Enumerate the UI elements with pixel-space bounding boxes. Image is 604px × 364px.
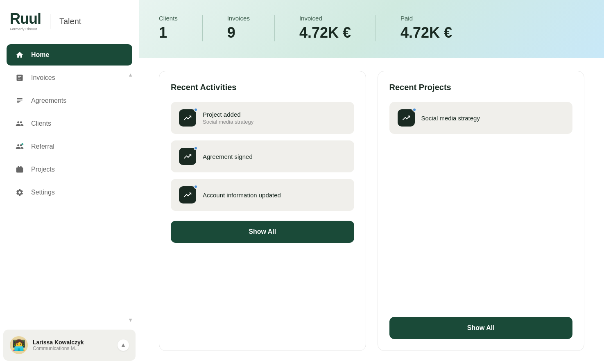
referral-icon — [15, 142, 25, 151]
sidebar-item-invoices-label: Invoices — [31, 74, 55, 81]
show-all-activities-button[interactable]: Show All — [171, 221, 354, 243]
stat-divider-2 — [274, 15, 275, 41]
agreements-icon — [15, 96, 25, 106]
scroll-up-indicator: ▲ — [128, 72, 133, 78]
show-all-projects-button[interactable]: Show All — [389, 317, 573, 339]
recent-projects-title: Recent Projects — [389, 83, 573, 92]
content-area: Recent Activities Project added Social m… — [139, 58, 604, 364]
stat-invoiced: Invoiced 4.72K € — [299, 15, 376, 41]
stat-paid-value: 4.72K € — [400, 24, 452, 41]
stat-clients-label: Clients — [159, 15, 178, 22]
main-content: Clients 1 Invoices 9 Invoiced 4.72K € Pa… — [139, 0, 604, 364]
activity-icon-1 — [179, 109, 196, 127]
stats-header: Clients 1 Invoices 9 Invoiced 4.72K € Pa… — [139, 0, 604, 58]
chevron-up-icon[interactable]: ▲ — [118, 339, 129, 351]
sidebar-item-clients[interactable]: Clients — [7, 113, 132, 134]
activity-icon-dot-2 — [194, 146, 198, 150]
project-name-1: Social media strategy — [421, 115, 480, 122]
activity-text-2: Agreement signed — [203, 153, 346, 160]
logo-area: Ruul Formerly Rimuut Talent — [0, 0, 139, 41]
logo-talent: Talent — [59, 17, 81, 26]
stat-divider-3 — [376, 15, 376, 41]
recent-activities-card: Recent Activities Project added Social m… — [159, 71, 366, 351]
recent-projects-card: Recent Projects Social media strategy Sh… — [378, 71, 585, 351]
sidebar-item-referral[interactable]: Referral — [7, 136, 132, 157]
user-info: Larissa Kowalczyk Communications M... — [33, 339, 113, 351]
activity-item-account-updated: Account information updated — [171, 179, 354, 211]
scroll-down-indicator: ▼ — [128, 317, 133, 323]
activity-item-project-added: Project added Social media strategy — [171, 102, 354, 134]
activity-icon-2 — [179, 148, 196, 165]
activity-subtitle-1: Social media strategy — [203, 119, 346, 125]
recent-activities-title: Recent Activities — [171, 83, 354, 92]
logo-block: Ruul Formerly Rimuut — [10, 11, 41, 31]
settings-icon — [15, 188, 25, 197]
logo-text: Ruul — [10, 11, 41, 26]
stat-clients: Clients 1 — [159, 15, 202, 41]
sidebar-item-settings-label: Settings — [31, 189, 55, 196]
projects-icon — [15, 165, 25, 174]
sidebar-item-projects[interactable]: Projects — [7, 159, 132, 180]
user-profile[interactable]: 👩‍💻 Larissa Kowalczyk Communications M..… — [3, 330, 136, 361]
user-role: Communications M... — [33, 346, 113, 351]
logo-formerly: Formerly Rimuut — [10, 27, 41, 31]
sidebar-item-home[interactable]: Home — [7, 44, 132, 66]
activity-icon-dot-1 — [194, 108, 198, 112]
logo-divider — [50, 14, 50, 29]
sidebar-item-home-label: Home — [31, 51, 49, 59]
sidebar-item-agreements[interactable]: Agreements — [7, 90, 132, 111]
sidebar-item-settings[interactable]: Settings — [7, 182, 132, 203]
invoices-icon — [15, 73, 25, 83]
avatar: 👩‍💻 — [10, 336, 28, 354]
project-icon-dot-1 — [412, 108, 416, 112]
activity-item-agreement-signed: Agreement signed — [171, 140, 354, 172]
stat-invoices: Invoices 9 — [227, 15, 274, 41]
sidebar: Ruul Formerly Rimuut Talent ▲ Home Invoi… — [0, 0, 139, 364]
stat-invoices-value: 9 — [227, 24, 250, 41]
nav-list: Home Invoices Agreements Clients — [0, 41, 139, 326]
stat-invoiced-label: Invoiced — [299, 15, 351, 22]
home-icon — [15, 50, 25, 60]
stat-divider-1 — [202, 15, 203, 41]
stat-paid-label: Paid — [400, 15, 452, 22]
clients-icon — [15, 119, 25, 129]
activity-text-3: Account information updated — [203, 192, 346, 199]
project-item-social-media: Social media strategy — [389, 102, 573, 134]
project-icon-1 — [398, 109, 415, 127]
sidebar-item-invoices[interactable]: Invoices — [7, 67, 132, 88]
stat-paid: Paid 4.72K € — [400, 15, 477, 41]
activity-text-1: Project added Social media strategy — [203, 111, 346, 125]
activity-icon-dot-3 — [194, 185, 198, 189]
user-name: Larissa Kowalczyk — [33, 339, 113, 346]
activity-title-2: Agreement signed — [203, 153, 346, 160]
stat-invoiced-value: 4.72K € — [299, 24, 351, 41]
sidebar-item-clients-label: Clients — [31, 120, 51, 127]
sidebar-item-referral-label: Referral — [31, 143, 54, 150]
sidebar-item-agreements-label: Agreements — [31, 97, 66, 104]
activity-title-1: Project added — [203, 111, 346, 118]
activity-icon-3 — [179, 186, 196, 203]
sidebar-item-projects-label: Projects — [31, 166, 55, 173]
activity-title-3: Account information updated — [203, 192, 346, 199]
stat-invoices-label: Invoices — [227, 15, 250, 22]
stat-clients-value: 1 — [159, 24, 178, 41]
svg-point-1 — [21, 143, 23, 145]
